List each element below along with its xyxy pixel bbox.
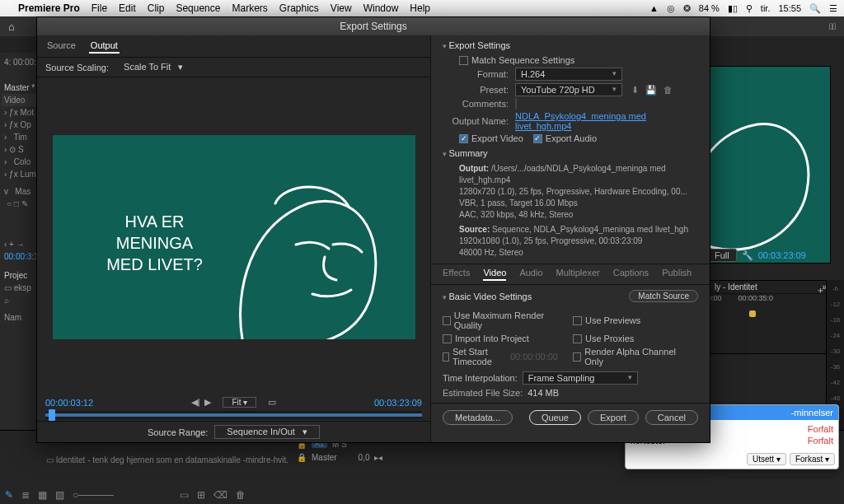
scrub-bar[interactable] bbox=[45, 411, 422, 419]
scaling-label: Source Scaling: bbox=[45, 63, 109, 72]
subtab-audio[interactable]: Audio bbox=[519, 268, 542, 281]
efs-value: 414 MB bbox=[528, 388, 559, 398]
menu-markers[interactable]: Markers bbox=[232, 2, 267, 14]
subtab-publish[interactable]: Publish bbox=[662, 268, 692, 281]
status-fan-icon[interactable]: ❂ bbox=[683, 3, 691, 14]
menu-sequence[interactable]: Sequence bbox=[176, 2, 220, 14]
pen-icon[interactable]: ✎ bbox=[5, 489, 13, 501]
preview-face-icon bbox=[218, 166, 399, 339]
import-preset-icon[interactable]: ⬇ bbox=[631, 85, 639, 96]
clip-caption: ▭ Identitet - tenk deg hjernen som en da… bbox=[46, 455, 288, 464]
export-settings-heading: Export Settings bbox=[443, 40, 698, 50]
new-bin-icon[interactable]: ▭ bbox=[180, 489, 189, 501]
delete-preset-icon[interactable]: 🗑 bbox=[663, 85, 673, 96]
tc-out[interactable]: 00:03:23:09 bbox=[374, 398, 422, 408]
max-render-checkbox[interactable]: Use Maximum Render Quality bbox=[443, 310, 558, 330]
reminder-due: Forfalt bbox=[808, 436, 833, 446]
use-proxies-checkbox[interactable]: Use Proxies bbox=[573, 334, 688, 343]
lock-icon[interactable]: 🔒 bbox=[297, 453, 307, 462]
alpha-checkbox[interactable]: Render Alpha Channel Only bbox=[573, 347, 688, 366]
export-button[interactable]: Export bbox=[588, 410, 639, 425]
ruler-t2: 00:00:35:0 bbox=[738, 294, 774, 306]
program-zoom-select[interactable]: Full bbox=[707, 249, 737, 262]
preview-frame: HVA ER MENINGA MED LIVET? bbox=[53, 135, 415, 339]
app-name[interactable]: Premiere Pro bbox=[18, 2, 80, 14]
wifi-icon[interactable]: ⚲ bbox=[746, 3, 753, 14]
menu-edit[interactable]: Edit bbox=[119, 2, 136, 14]
source-range-select[interactable]: Sequence In/Out ▾ bbox=[214, 425, 320, 439]
subtab-captions[interactable]: Captions bbox=[613, 268, 649, 281]
menu-window[interactable]: Window bbox=[363, 2, 399, 14]
use-previews-checkbox[interactable]: Use Previews bbox=[573, 310, 688, 330]
freeform-icon[interactable]: ▧ bbox=[55, 489, 64, 501]
program-monitor bbox=[707, 66, 831, 264]
menu-view[interactable]: View bbox=[331, 2, 352, 14]
match-sequence-checkbox[interactable]: Match Sequence Settings bbox=[459, 55, 574, 65]
match-source-button[interactable]: Match Source bbox=[629, 290, 698, 302]
status-cc-icon[interactable]: ◎ bbox=[667, 3, 675, 14]
menu-clip[interactable]: Clip bbox=[148, 2, 165, 14]
playhead-icon[interactable] bbox=[49, 409, 55, 421]
list-icon[interactable]: ≣ bbox=[21, 489, 30, 501]
export-audio-checkbox[interactable]: ✓Export Audio bbox=[533, 133, 597, 143]
export-subtabs: Effects Video Audio Multiplexer Captions… bbox=[431, 264, 710, 285]
preview-text: HVA ER MENINGA MED LIVET? bbox=[89, 211, 221, 275]
summary-output: Output: /Users/.../oads/NDLA_Psykolog4_m… bbox=[443, 163, 698, 221]
menu-extra-icon[interactable]: ☰ bbox=[829, 3, 837, 14]
timeline-marker-icon[interactable] bbox=[749, 310, 756, 317]
time-interp-select[interactable]: Frame Sampling bbox=[523, 371, 638, 385]
scaling-select[interactable]: Scale To Fit ▾ bbox=[115, 61, 191, 73]
forkast-button[interactable]: Forkast ▾ bbox=[790, 453, 835, 465]
zoom-slider[interactable]: ○───── bbox=[73, 489, 114, 501]
tab-source[interactable]: Source bbox=[45, 39, 77, 54]
status-day: tir. bbox=[761, 3, 771, 13]
wrench-icon[interactable]: 🔧 bbox=[742, 250, 753, 261]
new-item-icon[interactable]: ⊞ bbox=[197, 489, 205, 501]
expand-icon[interactable]: ▸◂ bbox=[374, 453, 382, 462]
search-icon[interactable]: 🔍 bbox=[809, 3, 821, 14]
fit-select[interactable]: Fit ▾ bbox=[223, 397, 256, 408]
utsett-button[interactable]: Utsett ▾ bbox=[747, 453, 786, 465]
status-cloud-icon[interactable]: ▲ bbox=[649, 3, 659, 13]
sequence-tab[interactable]: ly - Identitet bbox=[715, 282, 757, 292]
queue-button[interactable]: Queue bbox=[529, 410, 581, 425]
subtab-multiplexer[interactable]: Multiplexer bbox=[556, 268, 600, 281]
output-name-link[interactable]: NDLA_Psykolog4_meninga med livet_hgh.mp4 bbox=[515, 111, 646, 131]
comments-field[interactable] bbox=[515, 98, 517, 110]
aspect-icon[interactable]: ▭ bbox=[268, 397, 276, 408]
step-back-icon[interactable]: ◀| bbox=[191, 397, 200, 408]
export-settings-dialog: Export Settings Source Output Source Sca… bbox=[36, 16, 710, 443]
preview-art-icon bbox=[707, 83, 831, 264]
thumb-icon[interactable]: ▦ bbox=[38, 489, 47, 501]
save-preset-icon[interactable]: 💾 bbox=[645, 85, 657, 96]
clear-icon[interactable]: ⌫ bbox=[213, 489, 227, 501]
summary-heading: Summary bbox=[443, 148, 698, 158]
preset-select[interactable]: YouTube 720p HD bbox=[515, 83, 622, 96]
tc-in[interactable]: 00:00:03:12 bbox=[45, 398, 93, 408]
import-project-checkbox[interactable]: Import Into Project bbox=[443, 334, 558, 343]
bvs-heading: Basic Video Settings bbox=[443, 292, 532, 301]
menu-file[interactable]: File bbox=[91, 2, 107, 14]
status-time: 15:55 bbox=[778, 3, 801, 13]
export-video-checkbox[interactable]: ✓Export Video bbox=[459, 133, 523, 143]
menu-help[interactable]: Help bbox=[410, 2, 430, 14]
home-icon[interactable]: ⌂ bbox=[8, 21, 15, 33]
battery-icon: ▮▯ bbox=[728, 3, 738, 14]
project-toolbar: ✎ ≣ ▦ ▧ ○───── ▭ ⊞ ⌫ 🗑 bbox=[5, 489, 246, 501]
tab-output[interactable]: Output bbox=[89, 39, 120, 54]
start-tc-checkbox[interactable]: Set Start Timecode 00:00:00:00 bbox=[443, 347, 558, 366]
add-panel-icon[interactable]: ＋ bbox=[816, 284, 825, 296]
subtab-video[interactable]: Video bbox=[483, 268, 506, 281]
program-controls: Full 🔧 00:03:23:09 bbox=[707, 249, 831, 262]
format-select[interactable]: H.264 bbox=[515, 68, 622, 81]
sequence-panel-peek: ⇥ ly - Identitet » 00:00 00:00:35:0 ＋ bbox=[699, 280, 831, 354]
subtab-effects[interactable]: Effects bbox=[443, 268, 470, 281]
play-icon[interactable]: ▶ bbox=[204, 397, 211, 408]
cancel-button[interactable]: Cancel bbox=[645, 410, 698, 425]
share-icon[interactable]: ⇧⃞ bbox=[829, 21, 836, 31]
metadata-button[interactable]: Metadata... bbox=[443, 410, 513, 425]
time-interp-label: Time Interpolation: bbox=[443, 373, 518, 383]
mac-menubar: Premiere Pro File Edit Clip Sequence Mar… bbox=[0, 0, 844, 16]
trash-icon[interactable]: 🗑 bbox=[236, 489, 246, 501]
menu-graphics[interactable]: Graphics bbox=[279, 2, 319, 14]
